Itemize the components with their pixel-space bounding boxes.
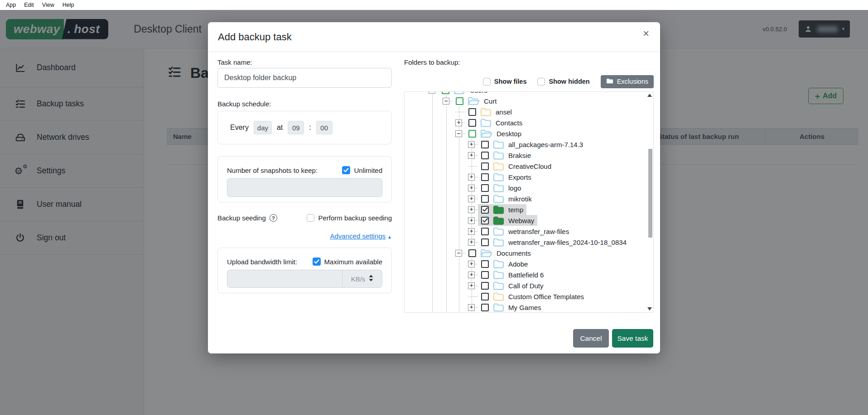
minute-input[interactable]: 00	[316, 121, 333, 134]
folder-checkbox[interactable]	[468, 108, 476, 116]
folder-blue-icon	[493, 238, 504, 247]
tree-row-all-packages-arm-7-14-3[interactable]: +all_packages-arm-7.14.3	[405, 139, 647, 150]
max-available-checkbox[interactable]	[313, 258, 321, 266]
folder-checkbox[interactable]	[481, 239, 489, 246]
exclusions-button[interactable]: Exclusions	[601, 75, 654, 88]
folder-checkbox[interactable]	[468, 119, 476, 127]
chevron-up-icon: ▲	[387, 234, 392, 239]
help-circle-icon[interactable]: ?	[270, 214, 277, 222]
expand-icon[interactable]: +	[468, 152, 475, 159]
tree-row-contacts[interactable]: +Contacts	[405, 117, 647, 128]
folder-checkbox[interactable]	[481, 141, 489, 148]
scroll-up-icon[interactable]	[647, 94, 652, 97]
tree-row-battlefield-6[interactable]: +Battlefield 6	[405, 269, 647, 280]
folder-blue-icon	[480, 118, 492, 127]
task-name-input[interactable]	[217, 68, 392, 88]
collapse-icon[interactable]: −	[443, 98, 449, 105]
expand-icon[interactable]: +	[468, 261, 475, 267]
folder-checkbox[interactable]	[481, 260, 489, 268]
expand-icon[interactable]: +	[468, 228, 475, 235]
tree-row-exports[interactable]: +Exports	[405, 172, 647, 182]
folder-checkbox[interactable]	[481, 217, 489, 224]
folder-checkbox[interactable]	[468, 249, 476, 257]
folder-checkbox[interactable]	[442, 91, 449, 94]
tree-row-curt[interactable]: −Curt	[405, 95, 647, 106]
tree-row-mikrotik[interactable]: +mikrotik	[405, 193, 647, 204]
period-select[interactable]: day	[254, 121, 272, 134]
tree-row-adobe[interactable]: +Adobe	[405, 258, 647, 269]
expand-icon[interactable]: +	[468, 141, 475, 148]
expand-icon[interactable]: +	[468, 272, 475, 278]
menu-view[interactable]: View	[38, 1, 58, 9]
folder-checkbox[interactable]	[481, 162, 489, 170]
tree-row-custom-office-templates[interactable]: Custom Office Templates	[405, 291, 647, 302]
expand-icon[interactable]: +	[468, 239, 475, 246]
tree-row-webway[interactable]: +Webway	[405, 215, 647, 226]
close-icon[interactable]: ×	[643, 28, 649, 39]
expand-icon[interactable]: +	[468, 282, 475, 289]
show-hidden-checkbox[interactable]	[537, 78, 545, 86]
folder-checkbox[interactable]	[481, 195, 489, 203]
unlimited-checkbox[interactable]	[342, 166, 350, 174]
expand-icon[interactable]: +	[468, 206, 475, 213]
tree-row-logo[interactable]: +logo	[405, 182, 647, 193]
folder-checkbox[interactable]	[481, 282, 489, 290]
tree-connector	[475, 144, 478, 145]
expand-icon[interactable]: +	[455, 119, 462, 126]
tree-row-desktop[interactable]: −Desktop	[405, 128, 647, 139]
menu-app[interactable]: App	[2, 1, 20, 9]
folder-label: logo	[508, 184, 521, 192]
bandwidth-unit-select[interactable]: KB/s	[342, 270, 382, 287]
advanced-settings-link[interactable]: Advanced settings▲	[330, 232, 392, 240]
scroll-down-icon[interactable]	[647, 307, 652, 310]
tree-row-documents[interactable]: −Documents	[405, 248, 647, 258]
folder-checkbox[interactable]	[468, 130, 476, 138]
scrollbar-thumb[interactable]	[648, 149, 652, 238]
expand-icon[interactable]: +	[468, 217, 475, 224]
cancel-button[interactable]: Cancel	[573, 329, 609, 348]
tree-connector	[475, 199, 478, 199]
folder-checkbox[interactable]	[481, 173, 489, 181]
tree-row-wetransfer-raw-files-2024-10-18-0834[interactable]: +wetransfer_raw-files_2024-10-18_0834	[405, 237, 647, 248]
tree-row-users[interactable]: −Users	[405, 91, 647, 95]
folder-open-icon	[468, 96, 480, 106]
menu-edit[interactable]: Edit	[20, 1, 38, 9]
tree-connector	[475, 177, 478, 177]
folder-checkbox[interactable]	[481, 228, 489, 235]
menu-help[interactable]: Help	[58, 1, 78, 9]
folder-label: Curt	[484, 97, 497, 105]
bandwidth-input[interactable]	[227, 270, 342, 287]
folder-blue-icon	[493, 140, 504, 149]
tree-row-my-games[interactable]: +My Games	[405, 302, 647, 313]
collapse-icon[interactable]: −	[455, 250, 462, 257]
collapse-icon[interactable]: −	[455, 130, 462, 137]
folder-checkbox[interactable]	[481, 293, 489, 301]
expand-icon[interactable]: +	[468, 304, 475, 311]
tree-connector	[475, 220, 478, 221]
folder-checkbox[interactable]	[481, 271, 489, 279]
folder-checkbox[interactable]	[481, 206, 489, 214]
save-task-button[interactable]: Save task	[612, 329, 653, 348]
hour-input[interactable]: 09	[288, 121, 304, 134]
tree-row-braksie[interactable]: +Braksie	[405, 150, 647, 161]
folder-checkbox[interactable]	[481, 304, 489, 311]
expand-icon[interactable]: +	[468, 174, 475, 181]
folder-tree: −Users−Curtansel+Contacts−Desktop+all_pa…	[404, 91, 654, 313]
folder-label: wetransfer_raw-files_2024-10-18_0834	[508, 239, 627, 246]
show-files-checkbox[interactable]	[483, 78, 491, 86]
folder-checkbox[interactable]	[456, 97, 463, 105]
expand-icon[interactable]: +	[468, 196, 475, 202]
tree-row-wetransfer-raw-files[interactable]: +wetransfer_raw-files	[405, 226, 647, 237]
snapshots-count-input[interactable]	[227, 178, 382, 197]
perform-seeding-checkbox[interactable]	[307, 214, 314, 222]
tree-row-call-of-duty[interactable]: +Call of Duty	[405, 280, 647, 291]
tree-row-temp[interactable]: +temp	[405, 204, 647, 215]
folder-checkbox[interactable]	[481, 184, 489, 192]
tree-row-ansel[interactable]: ansel	[405, 106, 647, 117]
folder-label: all_packages-arm-7.14.3	[508, 141, 583, 148]
folder-checkbox[interactable]	[481, 152, 489, 159]
folder-green-icon	[493, 216, 504, 225]
tree-row-creativecloud[interactable]: CreativeCloud	[405, 161, 647, 172]
expand-icon[interactable]: +	[468, 185, 475, 191]
collapse-icon[interactable]: −	[429, 91, 435, 94]
